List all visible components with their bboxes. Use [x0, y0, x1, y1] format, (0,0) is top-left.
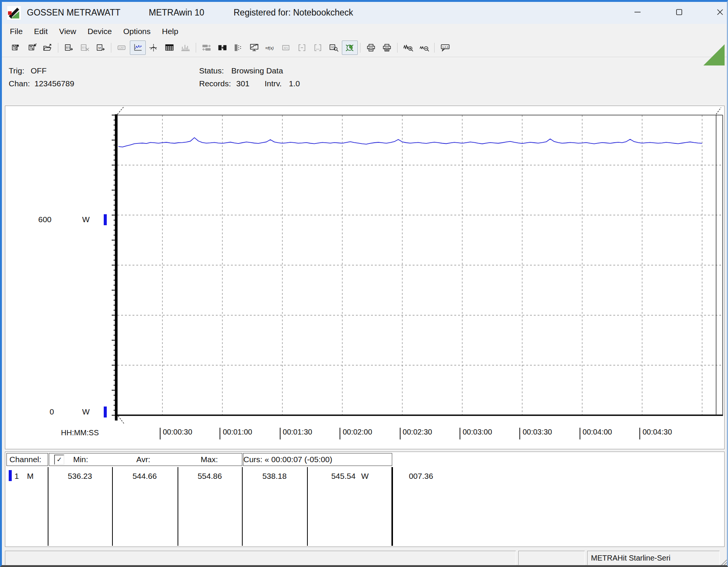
chart-view-button[interactable] — [130, 40, 146, 55]
channel-visible-checkbox[interactable]: ✓ — [54, 455, 64, 465]
comments-button[interactable]: 1,2,3 — [437, 40, 453, 55]
min-header: Min: — [73, 455, 88, 464]
disk-import-icon — [27, 44, 37, 52]
maximize-button[interactable] — [668, 5, 690, 21]
channel-mode: M — [27, 472, 34, 481]
chart-pane[interactable]: 600 W 0 W HH:MM:SS 00:00:3000:01:0000:01… — [5, 106, 725, 449]
zoom-in-button[interactable] — [400, 40, 416, 55]
cursor-a-value: 538.18 — [262, 472, 287, 481]
channel-column-header: Channel: — [6, 453, 48, 466]
close-icon — [716, 8, 724, 18]
x-tick-00:04:00: 00:04:00 — [580, 428, 612, 439]
print-report-button[interactable] — [379, 40, 395, 55]
zoomout-wave-icon — [419, 44, 429, 52]
stats-column-header: ✓ Min: Avr: Max: — [49, 453, 242, 466]
status-label: Status: — [199, 66, 224, 75]
printer-wave-icon — [366, 44, 376, 52]
max-header: Max: — [201, 455, 218, 464]
monitor-wave-icon — [249, 44, 259, 52]
connection-indicator-triangle-icon — [703, 44, 725, 69]
trigger-info: Trig: OFF — [9, 66, 190, 77]
channel-bars-icon — [234, 44, 243, 52]
max-value: 554.86 — [198, 472, 222, 481]
folder-open-icon — [43, 44, 53, 52]
close-button[interactable] — [709, 5, 728, 21]
channel-list-button[interactable] — [231, 40, 246, 55]
channel1-color-bar-top — [104, 214, 107, 225]
doc-321-export-icon: 321 — [64, 44, 74, 52]
live-mode-button[interactable] — [342, 40, 358, 55]
menu-file[interactable]: File — [4, 25, 28, 37]
histogram-icon — [181, 44, 190, 52]
channel-number: 1 — [14, 472, 19, 481]
bracket-dash-icon — [297, 44, 307, 52]
doc-321-delete-icon: 321 — [80, 44, 90, 52]
device-transfer-button[interactable] — [215, 40, 231, 55]
channel1-color-bar-bottom — [104, 407, 107, 417]
doc-magnifier-icon: 12 — [329, 44, 339, 52]
print-chart-button[interactable] — [363, 40, 379, 55]
svg-text:321: 321 — [65, 46, 70, 49]
memory-read-button: 321 — [278, 40, 294, 55]
x-tick-00:02:30: 00:02:30 — [400, 428, 432, 439]
time-search-button[interactable]: 12 — [326, 40, 342, 55]
toolbar-separator — [395, 42, 400, 53]
minimize-button[interactable] — [627, 5, 648, 21]
chart-curve-icon — [133, 44, 143, 52]
save-import-button[interactable] — [24, 40, 40, 55]
statusbar-message-area — [5, 551, 516, 565]
export-values-button[interactable]: 321 — [61, 40, 77, 55]
menu-edit[interactable]: Edit — [28, 25, 53, 37]
toolbar-separator — [358, 42, 363, 53]
statusbar-secondary-area — [518, 551, 585, 565]
save-export-button[interactable] — [8, 40, 24, 55]
transfer-button — [199, 40, 215, 55]
cursor-header-text: Curs: « 00:00:07 (-05:00) — [243, 455, 332, 464]
xy-view-button[interactable] — [146, 40, 162, 55]
interval-label: Intrv. — [265, 79, 282, 88]
histogram-view-button — [178, 40, 193, 55]
cursor-b-value: 545.54 — [331, 472, 355, 481]
transfer-bars-icon — [202, 44, 212, 52]
channel-info: Chan: 123456789 — [9, 79, 190, 90]
chan-label: Chan: — [9, 79, 30, 88]
title-registered: Registered for: Notebookcheck — [234, 8, 353, 18]
menu-bar: FileEditViewDeviceOptionsHelp — [2, 24, 727, 39]
menu-device[interactable]: Device — [82, 25, 117, 37]
formula-button[interactable]: =f(x) — [262, 40, 278, 55]
y-min-label: 0 — [50, 407, 54, 416]
trig-label: Trig: — [9, 66, 24, 75]
toolbar-separator — [109, 42, 114, 53]
interval-range-button — [310, 40, 326, 55]
cursor-diff-value: 007.36 — [409, 472, 433, 481]
interval-start-button — [294, 40, 310, 55]
svg-text:1,2,3: 1,2,3 — [442, 46, 448, 48]
svg-text:1257: 1257 — [119, 47, 125, 49]
title-app-name: METRAwin 10 — [149, 8, 204, 18]
export-memory-button[interactable]: M — [93, 40, 109, 55]
menu-options[interactable]: Options — [117, 25, 156, 37]
memory-321-icon: 321 — [281, 44, 291, 52]
status-info: Status: Browsing Data — [199, 66, 426, 77]
table-view-button[interactable] — [162, 40, 178, 55]
statistics-table: Channel: ✓ Min: Avr: Max: Curs: « 00:00:… — [5, 452, 725, 547]
menu-view[interactable]: View — [53, 25, 82, 37]
channel1-row-color-bar — [9, 470, 12, 481]
menu-help[interactable]: Help — [156, 25, 184, 37]
x-tick-00:02:00: 00:02:00 — [340, 428, 372, 439]
statusbar-device-name: METRAHit Starline-Seri — [587, 551, 720, 565]
power-chart[interactable] — [5, 106, 724, 449]
records-info: Records: 301 Intrv. 1.0 — [199, 79, 426, 90]
doc-m-export-icon: M — [96, 44, 106, 52]
zoom-out-button[interactable] — [416, 40, 432, 55]
avr-header: Avr: — [136, 455, 150, 464]
numeric-display-button: 1257 — [114, 40, 130, 55]
open-file-button[interactable] — [40, 40, 56, 55]
cursor-column-header: Curs: « 00:00:07 (-05:00) — [243, 453, 392, 466]
toolbar: 321321M1257=f(x)321121,2,3 — [2, 39, 727, 57]
toolbar-separator — [432, 42, 437, 53]
title-brand: GOSSEN METRAWATT — [27, 8, 120, 18]
clock-green-icon — [345, 44, 355, 52]
resize-grip-icon[interactable] — [719, 558, 728, 567]
monitor-button[interactable] — [246, 40, 262, 55]
